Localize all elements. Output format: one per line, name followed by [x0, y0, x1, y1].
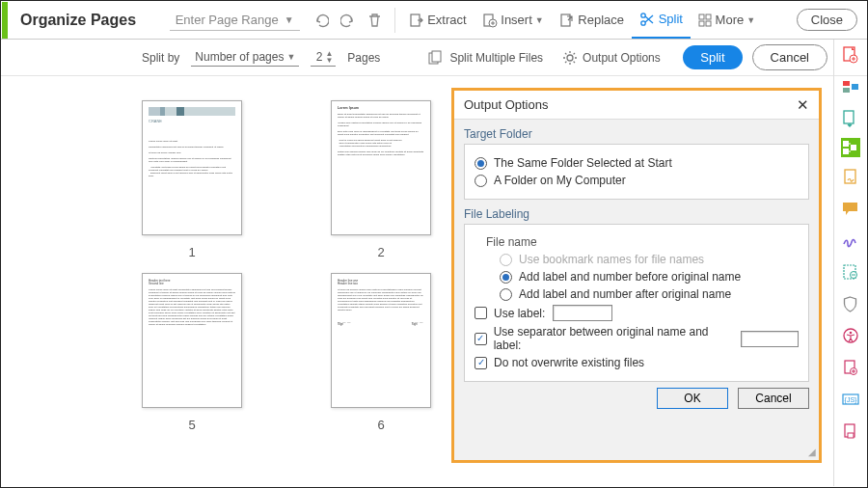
export-pdf-icon[interactable] [841, 109, 860, 128]
svg-rect-7 [706, 14, 711, 19]
target-same-folder-radio[interactable]: The Same Folder Selected at Start [475, 156, 799, 170]
attach-icon[interactable] [841, 421, 860, 441]
svg-rect-20 [843, 149, 849, 154]
redact-icon[interactable] [841, 262, 860, 282]
page-thumb[interactable]: CRANELorem ipsum dolor sit ametConsectet… [124, 100, 259, 259]
split-mode-dropdown[interactable]: Number of pages▼ [191, 48, 299, 67]
filename-bookmark-radio: Use bookmark names for file names [500, 253, 799, 266]
pages-label: Pages [347, 51, 380, 65]
fill-sign-icon[interactable] [841, 167, 860, 186]
file-name-label: File name [486, 235, 799, 249]
svg-rect-16 [843, 88, 850, 93]
page-number: 1 [188, 245, 195, 259]
svg-rect-8 [699, 21, 704, 26]
use-label-checkbox[interactable]: Use label: [475, 305, 799, 321]
svg-rect-19 [843, 141, 849, 147]
main-toolbar: Organize Pages Enter Page Range▼ Extract… [1, 1, 867, 40]
extract-button[interactable]: Extract [401, 7, 475, 34]
svg-point-5 [641, 20, 645, 24]
svg-rect-11 [432, 51, 441, 62]
filename-before-radio[interactable]: Add label and number before original nam… [500, 270, 799, 284]
svg-rect-17 [852, 84, 858, 90]
svg-rect-22 [845, 170, 855, 183]
dialog-ok-button[interactable]: OK [657, 388, 728, 409]
close-icon[interactable]: ✕ [797, 96, 809, 114]
replace-button[interactable]: Replace [552, 7, 632, 34]
dialog-title: Output Options [464, 97, 548, 112]
accessibility-icon[interactable] [841, 326, 860, 345]
sign-icon[interactable] [841, 230, 860, 250]
split-subtoolbar: Split by Number of pages▼ 2▲▼ Pages Spli… [1, 40, 867, 76]
separator-input[interactable] [741, 331, 799, 347]
more-button[interactable]: More▼ [691, 7, 763, 34]
no-overwrite-checkbox[interactable]: Do not overwrite existing files [475, 356, 799, 369]
page-count-input[interactable]: 2▲▼ [311, 48, 336, 67]
target-folder-heading: Target Folder [464, 127, 809, 141]
page-number: 5 [188, 418, 195, 432]
create-pdf-icon[interactable] [841, 45, 860, 65]
page-thumb[interactable]: Lorem IpsumDolor sit amet consectetur ad… [313, 100, 448, 259]
dialog-cancel-button[interactable]: Cancel [738, 388, 809, 409]
split-multiple-button[interactable]: Split Multiple Files [428, 50, 543, 66]
page-thumb[interactable]: Header text hereSecond lineLorem ipsum d… [124, 273, 259, 432]
chevron-down-icon: ▼ [285, 14, 294, 25]
panel-title: Organize Pages [20, 12, 136, 29]
svg-rect-6 [699, 14, 704, 19]
output-options-button[interactable]: Output Options [562, 50, 661, 66]
filename-after-radio[interactable]: Add label and number after original name [500, 287, 799, 301]
page-number: 6 [377, 418, 384, 432]
svg-rect-18 [844, 111, 854, 123]
svg-rect-15 [843, 81, 850, 86]
resize-handle-icon[interactable]: ◢ [808, 447, 816, 457]
page-number: 2 [377, 245, 384, 259]
redo-icon[interactable] [335, 7, 362, 34]
use-separator-checkbox[interactable]: Use separator between original name and … [475, 325, 799, 352]
right-rail: {JS} [833, 40, 866, 486]
split-by-label: Split by [142, 51, 179, 65]
close-button[interactable]: Close [797, 9, 857, 31]
comment-icon[interactable] [841, 199, 860, 218]
combine-files-icon[interactable] [841, 77, 860, 96]
svg-rect-32 [848, 433, 854, 438]
svg-text:{JS}: {JS} [844, 396, 857, 404]
add-bookmark-icon[interactable] [841, 358, 860, 377]
page-thumb[interactable]: Header line oneHeader line twoUt enim ad… [313, 273, 448, 432]
javascript-icon[interactable]: {JS} [841, 390, 860, 409]
svg-rect-9 [706, 21, 711, 26]
split-action-button[interactable]: Split [683, 45, 742, 69]
svg-point-12 [567, 55, 573, 61]
organize-pages-icon[interactable] [841, 138, 860, 157]
output-options-dialog: Output Options✕ Target Folder The Same F… [454, 91, 819, 460]
svg-point-26 [849, 332, 852, 335]
protect-icon[interactable] [841, 294, 860, 313]
svg-rect-21 [851, 145, 856, 150]
insert-button[interactable]: Insert▼ [475, 7, 552, 34]
file-labeling-heading: File Labeling [464, 207, 809, 221]
svg-point-4 [641, 13, 645, 16]
split-cancel-button[interactable]: Cancel [752, 44, 827, 70]
target-other-folder-radio[interactable]: A Folder on My Computer [475, 174, 799, 187]
label-input[interactable] [553, 305, 612, 321]
trash-icon[interactable] [362, 7, 389, 34]
undo-icon[interactable] [308, 7, 335, 34]
page-range-input[interactable]: Enter Page Range▼ [170, 10, 300, 31]
split-button[interactable]: Split [632, 2, 691, 39]
